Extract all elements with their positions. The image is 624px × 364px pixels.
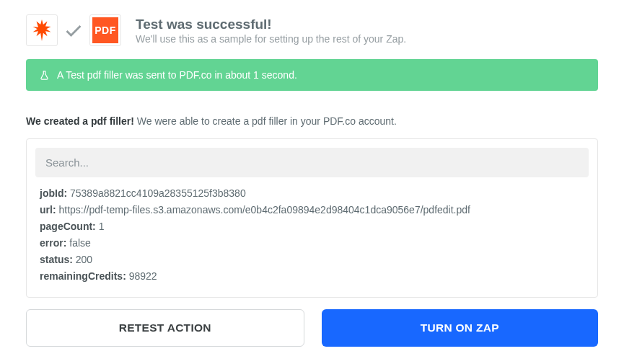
result-row: remainingCredits: 98922 — [40, 270, 584, 282]
result-row: status: 200 — [40, 254, 584, 265]
zapier-app-icon — [26, 14, 58, 46]
zapier-starburst-icon — [31, 19, 53, 41]
result-value: false — [69, 237, 91, 249]
intro-bold: We created a pdf filler! — [26, 115, 134, 127]
result-box: jobId: 75389a8821cc4109a28355125f3b8380 … — [26, 138, 598, 298]
result-row: error: false — [40, 237, 584, 249]
turn-on-zap-button[interactable]: TURN ON ZAP — [322, 309, 599, 347]
header-row: PDF Test was successful! We'll use this … — [26, 14, 598, 46]
retest-action-button[interactable]: RETEST ACTION — [26, 309, 304, 347]
result-value: 98922 — [129, 270, 157, 282]
result-list: jobId: 75389a8821cc4109a28355125f3b8380 … — [35, 187, 589, 288]
result-row: url: https://pdf-temp-files.s3.amazonaws… — [40, 204, 584, 216]
success-banner: A Test pdf filler was sent to PDF.co in … — [26, 59, 598, 91]
check-icon — [63, 20, 84, 40]
result-value: 75389a8821cc4109a28355125f3b8380 — [70, 187, 246, 199]
result-key: url: — [40, 204, 56, 216]
result-value: 200 — [76, 254, 92, 265]
banner-text: A Test pdf filler was sent to PDF.co in … — [57, 69, 297, 81]
result-key: remainingCredits: — [40, 270, 126, 282]
result-key: status: — [40, 254, 73, 265]
search-input[interactable] — [35, 148, 589, 177]
intro-rest: We were able to create a pdf filler in y… — [137, 115, 397, 127]
pdfco-app-icon: PDF — [89, 14, 121, 46]
result-row: pageCount: 1 — [40, 221, 584, 232]
result-key: error: — [40, 237, 66, 249]
beaker-icon — [39, 70, 50, 81]
result-row: jobId: 75389a8821cc4109a28355125f3b8380 — [40, 187, 584, 199]
pdf-badge: PDF — [92, 17, 118, 43]
success-title: Test was successful! — [136, 17, 406, 32]
success-subtitle: We'll use this as a sample for setting u… — [136, 33, 406, 45]
result-key: jobId: — [40, 187, 67, 199]
result-value: 1 — [99, 221, 105, 232]
button-row: RETEST ACTION TURN ON ZAP — [26, 309, 598, 347]
result-key: pageCount: — [40, 221, 96, 232]
header-text: Test was successful! We'll use this as a… — [136, 17, 406, 45]
intro-text: We created a pdf filler! We were able to… — [26, 115, 598, 127]
result-value: https://pdf-temp-files.s3.amazonaws.com/… — [58, 204, 470, 216]
